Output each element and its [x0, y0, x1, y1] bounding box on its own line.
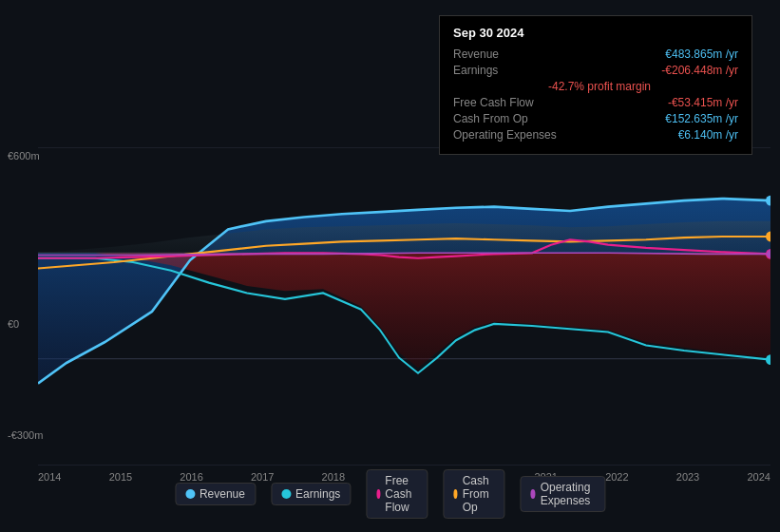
- y-label-mid: €0: [8, 318, 19, 330]
- tooltip-row-revenue: Revenue €483.865m /yr: [453, 48, 738, 61]
- legend-label-cfo: Cash From Op: [463, 474, 495, 514]
- legend-label-earnings: Earnings: [295, 487, 340, 501]
- earnings-label: Earnings: [453, 64, 548, 77]
- legend-opex[interactable]: Operating Expenses: [520, 476, 605, 512]
- legend-dot-earnings: [281, 489, 291, 499]
- y-label-top: €600m: [8, 150, 40, 162]
- legend-label-opex: Operating Expenses: [541, 481, 595, 507]
- tooltip-row-fcf: Free Cash Flow -€53.415m /yr: [453, 96, 738, 109]
- chart-area: [38, 147, 770, 466]
- revenue-value: €483.865m /yr: [665, 48, 738, 61]
- earnings-value: -€206.448m /yr: [661, 64, 738, 77]
- legend-label-revenue: Revenue: [200, 487, 245, 501]
- tooltip-title: Sep 30 2024: [453, 26, 738, 40]
- x-label-2022: 2022: [605, 471, 628, 483]
- legend-revenue[interactable]: Revenue: [175, 483, 256, 505]
- legend-dot-opex: [530, 489, 535, 499]
- profit-margin: -42.7% profit margin: [548, 80, 738, 93]
- tooltip-row-cfo: Cash From Op €152.635m /yr: [453, 112, 738, 125]
- x-label-2024: 2024: [747, 471, 770, 483]
- chart-legend: Revenue Earnings Free Cash Flow Cash Fro…: [175, 469, 605, 519]
- x-label-2023: 2023: [676, 471, 699, 483]
- opex-value: €6.140m /yr: [678, 128, 738, 142]
- opex-label: Operating Expenses: [453, 128, 557, 142]
- revenue-label: Revenue: [453, 48, 548, 61]
- legend-label-fcf: Free Cash Flow: [385, 474, 417, 514]
- tooltip-row-opex: Operating Expenses €6.140m /yr: [453, 128, 738, 142]
- fcf-label: Free Cash Flow: [453, 96, 548, 109]
- fcf-value: -€53.415m /yr: [668, 96, 738, 109]
- tooltip-box: Sep 30 2024 Revenue €483.865m /yr Earnin…: [439, 15, 752, 155]
- chart-container: Sep 30 2024 Revenue €483.865m /yr Earnin…: [0, 0, 780, 532]
- legend-earnings[interactable]: Earnings: [271, 483, 351, 505]
- legend-fcf[interactable]: Free Cash Flow: [366, 469, 428, 519]
- legend-dot-revenue: [185, 489, 195, 499]
- legend-cfo[interactable]: Cash From Op: [443, 469, 504, 519]
- legend-dot-fcf: [376, 489, 380, 499]
- x-label-2015: 2015: [109, 471, 132, 483]
- legend-dot-cfo: [453, 489, 457, 499]
- x-label-2014: 2014: [38, 471, 61, 483]
- cfo-label: Cash From Op: [453, 112, 548, 125]
- cfo-value: €152.635m /yr: [665, 112, 738, 125]
- tooltip-row-earnings: Earnings -€206.448m /yr: [453, 64, 738, 77]
